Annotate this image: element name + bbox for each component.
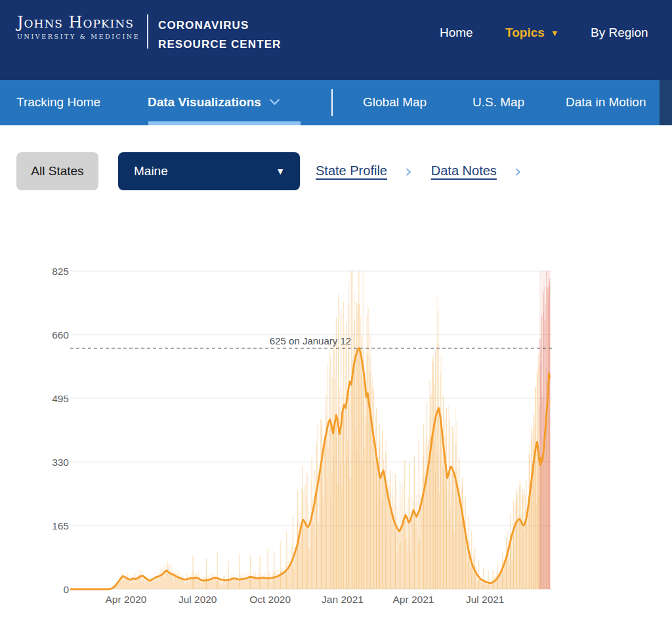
x-axis-label: Apr 2021 (393, 594, 434, 605)
y-axis-label: 660 (52, 329, 69, 341)
peak-annotation: 625 on January 12 (270, 335, 351, 346)
x-axis-label: Apr 2020 (106, 594, 147, 605)
maine-cases-chart[interactable]: 0165330495660825Apr 2020Jul 2020Oct 2020… (0, 0, 672, 620)
x-axis-label: Jan 2021 (322, 594, 364, 605)
y-axis-label: 495 (52, 393, 69, 404)
avg-area (71, 348, 550, 589)
x-axis-label: Jul 2021 (466, 594, 505, 605)
x-axis-label: Jul 2020 (178, 594, 217, 605)
y-axis-label: 0 (63, 584, 69, 595)
y-axis-label: 330 (52, 457, 69, 468)
y-axis-label: 825 (52, 266, 69, 277)
y-axis-label: 165 (52, 520, 69, 531)
x-axis-label: Oct 2020 (249, 594, 291, 605)
